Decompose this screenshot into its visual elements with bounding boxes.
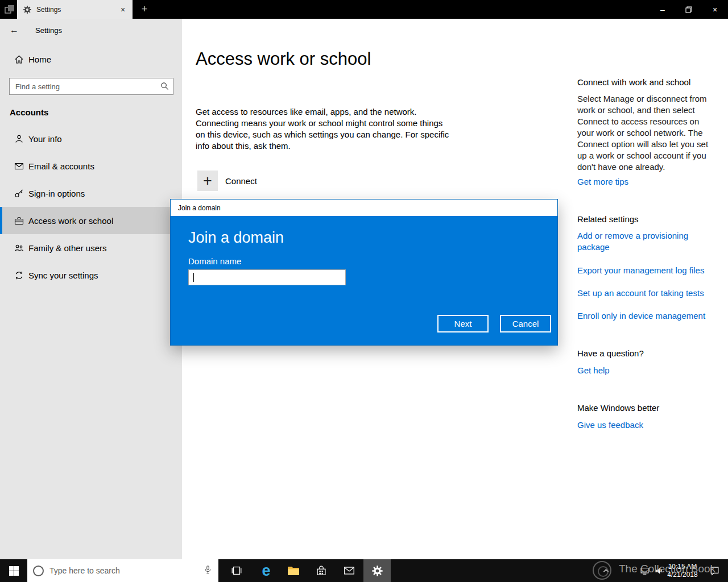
window-titlebar: Settings × + – ×: [0, 0, 728, 19]
tab-close-icon[interactable]: ×: [117, 3, 129, 16]
dialog-heading: Join a domain: [188, 229, 284, 247]
app-title: Settings: [35, 26, 62, 35]
domain-name-input[interactable]: [188, 269, 346, 285]
microphone-icon[interactable]: [203, 564, 213, 577]
page-description: Get access to resources like email, apps…: [196, 106, 453, 152]
tray-clock[interactable]: 10:15 AM 4/21/2018: [663, 559, 702, 582]
settings-search-input[interactable]: [9, 78, 173, 95]
screen: Settings × + – × ← Settings Home: [0, 0, 728, 582]
key-icon: [14, 189, 24, 198]
taskbar: e 10:15 AM 4/21/2018: [0, 559, 728, 582]
sidebar-item-label: Family & other users: [28, 243, 107, 253]
settings-search-box: [9, 78, 173, 95]
sets-tabs-icon[interactable]: [5, 5, 15, 15]
make-windows-better-title: Make Windows better: [577, 403, 659, 413]
file-explorer-button[interactable]: [280, 559, 307, 582]
sidebar-home-label: Home: [28, 55, 51, 64]
aside-help-title: Connect with work and school: [577, 77, 690, 87]
related-settings-title: Related settings: [577, 214, 639, 224]
edge-button[interactable]: e: [253, 559, 280, 582]
sidebar-item-email-accounts[interactable]: Email & accounts: [0, 152, 182, 180]
sidebar-item-home[interactable]: Home: [0, 48, 182, 70]
give-feedback-link[interactable]: Give us feedback: [577, 419, 719, 431]
start-button[interactable]: [0, 559, 27, 582]
tray-date: 4/21/2018: [667, 571, 697, 579]
mail-icon: [343, 564, 355, 577]
store-button[interactable]: [308, 559, 335, 582]
sidebar-item-family-other-users[interactable]: Family & other users: [0, 234, 182, 261]
sidebar-item-label: Sign-in options: [28, 189, 85, 198]
sidebar-item-sign-in-options[interactable]: Sign-in options: [0, 180, 182, 207]
cortana-icon: [33, 566, 44, 576]
selected-accent-bar: [0, 207, 2, 234]
domain-name-label: Domain name: [188, 256, 241, 266]
sidebar-item-access-work-or-school[interactable]: Access work or school: [0, 207, 182, 234]
plus-icon: +: [197, 171, 218, 191]
folder-icon: [287, 564, 300, 577]
people-icon: [14, 243, 24, 253]
link-device-management[interactable]: Enroll only in device management: [577, 310, 719, 322]
tray-time: 10:15 AM: [668, 563, 697, 571]
sync-icon: [14, 271, 24, 280]
dialog-buttons: Next Cancel: [437, 315, 551, 332]
search-icon: [160, 82, 169, 93]
next-button[interactable]: Next: [437, 315, 489, 332]
sidebar-item-sync-your-settings[interactable]: Sync your settings: [0, 261, 182, 289]
edge-icon: e: [262, 562, 270, 580]
taskbar-search-box[interactable]: [27, 559, 218, 582]
aside-help-body: Select Manage or disconnect from work or…: [577, 93, 713, 173]
window-controls: – ×: [650, 0, 728, 19]
settings-sidebar: ← Settings Home Accounts Your info: [0, 19, 182, 559]
connect-button[interactable]: + Connect: [197, 171, 257, 191]
person-icon: [14, 134, 24, 144]
sidebar-section-title: Accounts: [10, 107, 48, 117]
tab-title: Settings: [36, 6, 117, 14]
new-tab-button[interactable]: +: [135, 0, 154, 19]
sidebar-item-label: Sync your settings: [28, 271, 98, 280]
link-test-taking-account[interactable]: Set up an account for taking tests: [577, 288, 719, 299]
sidebar-item-your-info[interactable]: Your info: [0, 125, 182, 152]
link-provisioning-package[interactable]: Add or remove a provisioning package: [577, 230, 698, 253]
tab-settings[interactable]: Settings ×: [17, 0, 133, 19]
action-center-icon[interactable]: [703, 559, 726, 582]
settings-gear-icon: [23, 5, 32, 14]
windows-logo-icon: [9, 566, 19, 576]
get-more-tips-link[interactable]: Get more tips: [577, 176, 719, 188]
store-bag-icon: [315, 564, 328, 577]
sidebar-item-label: Email & accounts: [28, 161, 94, 171]
close-button[interactable]: ×: [702, 0, 728, 19]
sidebar-item-label: Access work or school: [28, 216, 113, 226]
connect-label: Connect: [225, 176, 257, 186]
network-icon[interactable]: [637, 559, 652, 582]
envelope-icon: [14, 161, 24, 171]
get-help-link[interactable]: Get help: [577, 365, 719, 376]
mail-button[interactable]: [336, 559, 363, 582]
restore-button[interactable]: [676, 0, 702, 19]
join-domain-dialog: Join a domain Join a domain Domain name …: [170, 199, 558, 346]
tray-chevron-up-icon[interactable]: [599, 559, 613, 582]
gear-icon: [371, 565, 383, 577]
dialog-titlebar: Join a domain: [171, 199, 557, 216]
task-view-icon: [230, 564, 243, 577]
back-bar: ← Settings: [0, 21, 62, 39]
settings-taskbar-button[interactable]: [363, 559, 391, 582]
home-icon: [14, 55, 24, 64]
task-view-button[interactable]: [223, 559, 250, 582]
briefcase-icon: [14, 216, 24, 226]
sidebar-items: Your info Email & accounts Sign-in optio…: [0, 125, 182, 289]
link-export-management-logs[interactable]: Export your management log files: [577, 265, 719, 276]
have-a-question-title: Have a question?: [577, 348, 644, 358]
minimize-button[interactable]: –: [650, 0, 676, 19]
back-arrow-icon[interactable]: ←: [0, 25, 28, 35]
taskbar-search-input[interactable]: [49, 566, 203, 575]
page-title: Access work or school: [196, 49, 371, 69]
cancel-button[interactable]: Cancel: [500, 315, 551, 332]
sidebar-item-label: Your info: [28, 134, 62, 144]
